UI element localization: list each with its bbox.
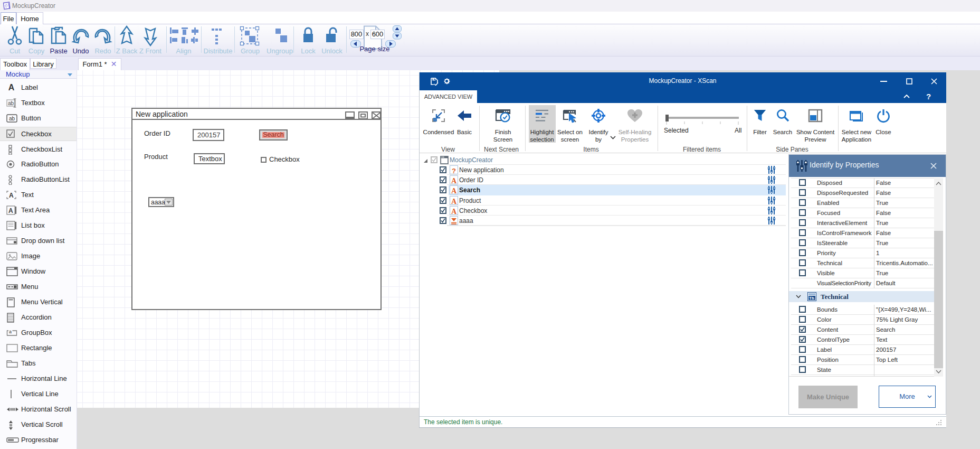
svg-text:Th: Th — [809, 296, 814, 301]
svg-text:A: A — [9, 192, 14, 199]
svg-text:ab: ab — [8, 100, 14, 106]
svg-text:a: a — [9, 329, 12, 334]
svg-text:A: A — [8, 207, 13, 214]
svg-text:ab: ab — [9, 116, 15, 121]
